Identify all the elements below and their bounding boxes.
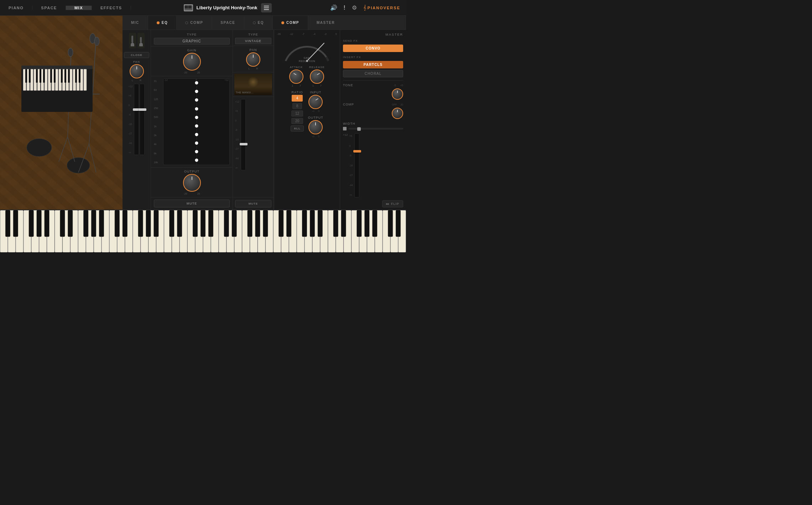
comp1-type-value[interactable]: VINTAGE [235,38,271,44]
comp1-fader-thumb[interactable] [240,143,248,145]
ratio-selected-4[interactable]: 4 [292,95,303,102]
comp1-space-thumbnail[interactable]: THE MANSI... [234,74,272,95]
eq-dot-2[interactable] [195,90,198,93]
svg-rect-44 [64,69,66,83]
width-slider-thumb[interactable] [357,127,361,131]
tab-master-label: MASTER [317,21,335,25]
hamburger-menu-button[interactable] [261,3,272,12]
nav-tab-effects[interactable]: EFFECTS [92,6,131,10]
svg-line-7 [93,37,96,94]
piano-keys-svg[interactable] [0,210,406,252]
input-col: INPUT -∞ 0 OUTPUT [308,91,323,138]
channel1-pan-knob[interactable] [130,64,144,78]
output-knob[interactable] [308,120,323,134]
tab-eq1[interactable]: EQ [148,16,177,30]
gain-reduction-section: -36 -12 -7 -4 -2 0 [277,33,337,63]
svg-rect-131 [255,210,260,237]
eq-dot-4[interactable] [195,107,198,110]
eq-dot-8[interactable] [195,141,198,145]
eq1-output-range: -20 20 [184,192,200,195]
svg-rect-45 [68,69,70,83]
tab-comp2-label: COMP [286,21,299,25]
svg-rect-133 [279,210,283,237]
eq1-freq-labels: 31 63 125 250 500 1k 2k 4k 8k 16k [154,78,162,165]
flip-button[interactable]: ⏭ FLIP [382,200,403,207]
width-handle-icon[interactable] [343,127,347,130]
piano-keyboard [0,210,406,252]
svg-rect-140 [357,210,361,237]
width-row: WIDTH [343,122,403,125]
svg-rect-27 [55,69,58,91]
comp1-pan-range: L R [249,67,258,70]
nav-tab-piano[interactable]: PIANO [0,6,32,10]
send-fx-label: SEND FX [343,39,403,42]
eq1-mute-button[interactable]: MUTE [154,200,230,207]
send-fx-convo-button[interactable]: CONVO [343,45,403,52]
nav-tab-mix[interactable]: MIX [66,6,92,10]
speaker-icon[interactable]: 🔊 [330,4,337,11]
eq-dot-7[interactable] [195,133,198,136]
input-min: -∞ [312,110,314,112]
comp1-mute-area: MUTE [233,197,274,210]
tab-mic[interactable]: MIC [123,16,148,30]
ratio-opt-8[interactable]: 8 [292,103,302,109]
attack-knob[interactable] [289,69,303,84]
eq-dot-5[interactable] [195,116,198,119]
insert-fx-partcls-button[interactable]: PARTCLS [343,61,403,68]
ratio-opt-12[interactable]: 12 [291,110,303,117]
channel1-fader-right[interactable] [140,84,145,155]
eq-dot-6[interactable] [195,124,198,128]
svg-rect-36 [25,69,27,83]
svg-rect-139 [341,210,346,237]
eq1-grid[interactable]: -12 0 +12 [163,78,230,165]
tab-eq2[interactable]: EQ [244,16,273,30]
choral-button[interactable]: CHORAL [343,70,403,77]
nav-tab-space[interactable]: SPACE [32,6,66,10]
all-button[interactable]: ALL [291,125,304,132]
svg-rect-41 [50,69,52,83]
eq1-header: TYPE GRAPHIC [151,30,233,46]
release-knob[interactable] [310,69,324,84]
channel1-fader-thumb-right[interactable] [139,108,146,111]
comp1-scale: +12 +6 0 -8 -16 -27 -44 -∞ [235,99,239,170]
comp1-mute-button[interactable]: MUTE [235,200,271,207]
close-button[interactable]: CLOSE [124,52,149,58]
flip-icon: ⏭ [386,202,390,206]
eq-dot-10[interactable] [195,159,198,162]
settings-icon[interactable]: ⚙ [352,4,357,11]
tone-row: TONE -5 +5 [343,83,403,87]
tab-space[interactable]: SPACE [212,16,244,30]
mix-panels: MIC EQ COMP SPACE [123,16,406,210]
eq1-output-knob[interactable] [183,174,201,192]
tab-master[interactable]: MASTER [308,16,406,30]
eq-dot-9[interactable] [195,150,198,153]
master-fader[interactable] [354,133,359,197]
comp1-fader[interactable] [241,99,246,170]
tone-knob[interactable] [392,88,403,100]
master-comp-knob[interactable] [392,108,403,119]
eq1-gain-knob[interactable] [183,53,201,71]
svg-rect-31 [69,69,72,91]
space-light [248,77,259,87]
comp1-pan-knob[interactable] [246,52,260,67]
ratio-opt-20[interactable]: 20 [291,118,303,124]
top-nav: PIANO SPACE MIX EFFECTS [0,0,406,16]
tab-comp1[interactable]: COMP [177,16,212,30]
tab-comp2[interactable]: COMP [273,16,308,30]
release-range: 1 7 [312,84,322,87]
eq-dot-1[interactable] [195,81,198,84]
comp-max: 20 [400,103,403,106]
master-fader-thumb[interactable] [353,150,361,153]
input-knob[interactable] [308,95,323,109]
attack-min: 1 [292,84,293,87]
eq-dot-3[interactable] [195,98,198,102]
width-slider-track[interactable] [349,128,403,129]
alert-icon[interactable]: ! [344,5,345,11]
svg-rect-138 [333,210,338,237]
mic-body-1 [131,36,133,43]
tone-max: +5 [400,84,403,87]
output-max: 20 [197,192,200,195]
eq1-type-value[interactable]: GRAPHIC [154,38,230,45]
svg-rect-120 [138,210,143,237]
channel1-fader-left[interactable] [134,84,139,155]
